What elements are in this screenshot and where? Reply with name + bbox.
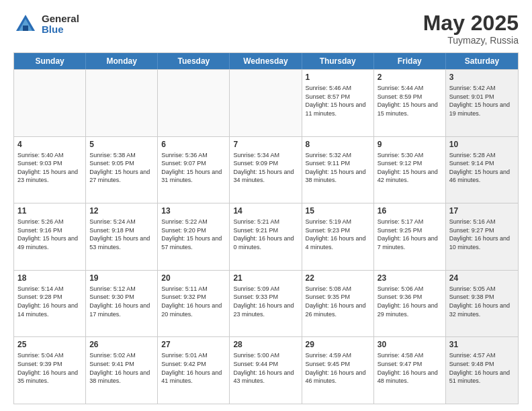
calendar-cell-15: 15Sunrise: 5:19 AMSunset: 9:23 PMDayligh…: [302, 203, 374, 270]
day-info: Sunrise: 5:44 AMSunset: 8:59 PMDaylight:…: [378, 84, 442, 118]
day-info: Sunrise: 5:30 AMSunset: 9:12 PMDaylight:…: [378, 151, 442, 185]
day-info: Sunrise: 5:11 AMSunset: 9:32 PMDaylight:…: [161, 285, 226, 318]
calendar-header-monday: Monday: [86, 53, 158, 69]
day-number: 8: [306, 140, 370, 149]
day-info: Sunrise: 5:26 AMSunset: 9:16 PMDaylight:…: [17, 218, 82, 251]
calendar-cell-19: 19Sunrise: 5:12 AMSunset: 9:30 PMDayligh…: [86, 271, 158, 337]
day-info: Sunrise: 5:12 AMSunset: 9:30 PMDaylight:…: [89, 285, 154, 318]
day-number: 11: [17, 206, 82, 216]
day-info: Sunrise: 5:40 AMSunset: 9:03 PMDaylight:…: [17, 151, 82, 185]
day-number: 30: [378, 340, 442, 349]
calendar-cell-23: 23Sunrise: 5:06 AMSunset: 9:36 PMDayligh…: [374, 271, 446, 337]
logo-general-text: General: [42, 13, 79, 25]
day-number: 3: [449, 73, 515, 82]
day-info: Sunrise: 5:05 AMSunset: 9:38 PMDaylight:…: [449, 285, 515, 318]
calendar-cell-2: 2Sunrise: 5:44 AMSunset: 8:59 PMDaylight…: [374, 70, 446, 136]
calendar-cell-5: 5Sunrise: 5:38 AMSunset: 9:05 PMDaylight…: [86, 137, 158, 203]
day-number: 14: [233, 206, 298, 216]
day-info: Sunrise: 5:22 AMSunset: 9:20 PMDaylight:…: [161, 218, 226, 251]
day-info: Sunrise: 5:01 AMSunset: 9:42 PMDaylight:…: [161, 351, 226, 385]
calendar-header-friday: Friday: [374, 53, 446, 69]
logo-icon: [13, 12, 38, 36]
day-number: 7: [233, 140, 298, 149]
day-number: 4: [17, 140, 82, 149]
day-number: 29: [306, 340, 370, 349]
calendar-cell-3: 3Sunrise: 5:42 AMSunset: 9:01 PMDaylight…: [446, 70, 518, 136]
day-info: Sunrise: 5:16 AMSunset: 9:27 PMDaylight:…: [449, 218, 515, 251]
calendar-cell-4: 4Sunrise: 5:40 AMSunset: 9:03 PMDaylight…: [14, 137, 86, 203]
header: General Blue May 2025 Tuymazy, Russia: [13, 12, 519, 46]
calendar-header-tuesday: Tuesday: [158, 53, 230, 69]
day-number: 21: [233, 273, 298, 283]
title-block: May 2025 Tuymazy, Russia: [423, 12, 519, 46]
page: General Blue May 2025 Tuymazy, Russia Su…: [0, 0, 532, 411]
title-location: Tuymazy, Russia: [423, 35, 519, 46]
calendar-cell-24: 24Sunrise: 5:05 AMSunset: 9:38 PMDayligh…: [446, 271, 518, 337]
title-month: May 2025: [423, 12, 519, 34]
day-number: 19: [89, 273, 154, 283]
day-number: 5: [89, 140, 154, 149]
calendar-cell-16: 16Sunrise: 5:17 AMSunset: 9:25 PMDayligh…: [374, 203, 446, 270]
day-info: Sunrise: 5:42 AMSunset: 9:01 PMDaylight:…: [449, 84, 515, 118]
calendar-row-5: 25Sunrise: 5:04 AMSunset: 9:39 PMDayligh…: [14, 336, 518, 404]
calendar-cell-12: 12Sunrise: 5:24 AMSunset: 9:18 PMDayligh…: [86, 203, 158, 270]
day-number: 22: [306, 273, 370, 283]
calendar-cell-20: 20Sunrise: 5:11 AMSunset: 9:32 PMDayligh…: [158, 271, 230, 337]
day-info: Sunrise: 5:28 AMSunset: 9:14 PMDaylight:…: [449, 151, 515, 185]
day-info: Sunrise: 4:57 AMSunset: 9:48 PMDaylight:…: [449, 351, 515, 385]
calendar-row-3: 11Sunrise: 5:26 AMSunset: 9:16 PMDayligh…: [14, 203, 518, 270]
calendar-cell-empty-0-0: [14, 70, 86, 136]
calendar-cell-26: 26Sunrise: 5:02 AMSunset: 9:41 PMDayligh…: [86, 337, 158, 404]
calendar-cell-14: 14Sunrise: 5:21 AMSunset: 9:21 PMDayligh…: [230, 203, 302, 270]
calendar-cell-28: 28Sunrise: 5:00 AMSunset: 9:44 PMDayligh…: [230, 337, 302, 404]
day-info: Sunrise: 5:04 AMSunset: 9:39 PMDaylight:…: [17, 351, 82, 385]
day-info: Sunrise: 5:36 AMSunset: 9:07 PMDaylight:…: [161, 151, 226, 185]
calendar-cell-17: 17Sunrise: 5:16 AMSunset: 9:27 PMDayligh…: [446, 203, 518, 270]
day-number: 6: [161, 140, 226, 149]
day-number: 13: [161, 206, 226, 216]
day-number: 31: [449, 340, 515, 349]
calendar-cell-29: 29Sunrise: 4:59 AMSunset: 9:45 PMDayligh…: [302, 337, 374, 404]
calendar-cell-22: 22Sunrise: 5:08 AMSunset: 9:35 PMDayligh…: [302, 271, 374, 337]
day-number: 27: [161, 340, 226, 349]
calendar-cell-empty-0-1: [86, 70, 158, 136]
calendar-row-4: 18Sunrise: 5:14 AMSunset: 9:28 PMDayligh…: [14, 270, 518, 337]
day-number: 10: [449, 140, 515, 149]
day-info: Sunrise: 5:21 AMSunset: 9:21 PMDaylight:…: [233, 218, 298, 251]
day-info: Sunrise: 5:24 AMSunset: 9:18 PMDaylight:…: [89, 218, 154, 251]
calendar-header-wednesday: Wednesday: [230, 53, 302, 69]
day-info: Sunrise: 5:19 AMSunset: 9:23 PMDaylight:…: [306, 218, 370, 251]
calendar-cell-7: 7Sunrise: 5:34 AMSunset: 9:09 PMDaylight…: [230, 137, 302, 203]
calendar-header-row: SundayMondayTuesdayWednesdayThursdayFrid…: [14, 53, 518, 69]
calendar-cell-13: 13Sunrise: 5:22 AMSunset: 9:20 PMDayligh…: [158, 203, 230, 270]
svg-rect-2: [23, 26, 28, 31]
day-info: Sunrise: 5:00 AMSunset: 9:44 PMDaylight:…: [233, 351, 298, 385]
day-number: 16: [378, 206, 442, 216]
calendar-cell-empty-0-2: [158, 70, 230, 136]
calendar-cell-18: 18Sunrise: 5:14 AMSunset: 9:28 PMDayligh…: [14, 271, 86, 337]
calendar-cell-10: 10Sunrise: 5:28 AMSunset: 9:14 PMDayligh…: [446, 137, 518, 203]
calendar: SundayMondayTuesdayWednesdayThursdayFrid…: [13, 52, 519, 404]
calendar-cell-27: 27Sunrise: 5:01 AMSunset: 9:42 PMDayligh…: [158, 337, 230, 404]
day-number: 18: [17, 273, 82, 283]
day-number: 28: [233, 340, 298, 349]
calendar-cell-6: 6Sunrise: 5:36 AMSunset: 9:07 PMDaylight…: [158, 137, 230, 203]
calendar-header-thursday: Thursday: [302, 53, 374, 69]
day-number: 26: [89, 340, 154, 349]
day-info: Sunrise: 5:08 AMSunset: 9:35 PMDaylight:…: [306, 285, 370, 318]
day-info: Sunrise: 5:46 AMSunset: 8:57 PMDaylight:…: [306, 84, 370, 118]
day-info: Sunrise: 5:06 AMSunset: 9:36 PMDaylight:…: [378, 285, 442, 318]
day-number: 17: [449, 206, 515, 216]
day-number: 12: [89, 206, 154, 216]
calendar-header-saturday: Saturday: [446, 53, 518, 69]
logo-blue-text: Blue: [42, 24, 79, 36]
day-number: 1: [306, 73, 370, 82]
calendar-cell-11: 11Sunrise: 5:26 AMSunset: 9:16 PMDayligh…: [14, 203, 86, 270]
day-info: Sunrise: 5:02 AMSunset: 9:41 PMDaylight:…: [89, 351, 154, 385]
day-info: Sunrise: 5:14 AMSunset: 9:28 PMDaylight:…: [17, 285, 82, 318]
day-info: Sunrise: 5:32 AMSunset: 9:11 PMDaylight:…: [306, 151, 370, 185]
day-number: 23: [378, 273, 442, 283]
calendar-cell-21: 21Sunrise: 5:09 AMSunset: 9:33 PMDayligh…: [230, 271, 302, 337]
day-info: Sunrise: 5:38 AMSunset: 9:05 PMDaylight:…: [89, 151, 154, 185]
calendar-cell-1: 1Sunrise: 5:46 AMSunset: 8:57 PMDaylight…: [302, 70, 374, 136]
